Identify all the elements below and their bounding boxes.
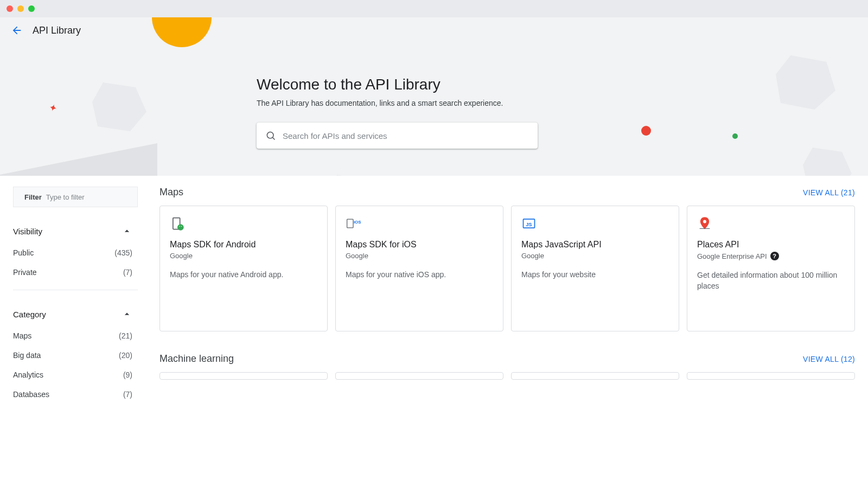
api-card[interactable]: [335, 372, 503, 380]
svg-line-16: [273, 138, 275, 140]
search-icon: [265, 130, 276, 141]
decoration-dot-icon: [732, 133, 738, 139]
svg-point-18: [177, 224, 184, 231]
card-title: Maps SDK for iOS: [346, 240, 493, 250]
hero-subtitle: The API Library has documentation, links…: [257, 99, 745, 107]
svg-point-15: [267, 132, 273, 138]
js-icon: JS: [521, 216, 537, 231]
sidebar-item-count: (9): [123, 370, 132, 379]
ios-icon: iOS: [346, 216, 361, 231]
section-header-maps: Maps VIEW ALL (21): [159, 187, 855, 198]
svg-point-20: [181, 226, 182, 227]
hero: ✦ API Library Welcome to the API Library…: [0, 17, 868, 176]
main: Filter Visibility Public(435)Private(7) …: [0, 176, 868, 404]
sidebar-item[interactable]: Big data(20): [13, 346, 138, 365]
svg-rect-21: [347, 219, 353, 228]
section-header-ml: Machine learning VIEW ALL (12): [159, 353, 855, 365]
side-section-title: Visibility: [13, 227, 42, 236]
sidebar-item-count: (7): [123, 390, 132, 399]
card-row-maps: Maps SDK for AndroidGoogleMaps for your …: [159, 206, 855, 331]
card-description: Maps for your native iOS app.: [346, 270, 493, 280]
filter-box[interactable]: Filter: [13, 187, 138, 207]
sidebar-item[interactable]: Analytics(9): [13, 365, 138, 385]
sidebar-item-label: Databases: [13, 390, 49, 399]
api-card[interactable]: [511, 372, 679, 380]
places-icon: [697, 216, 712, 231]
card-title: Maps SDK for Android: [170, 240, 317, 250]
search-input-container[interactable]: [257, 123, 538, 149]
sidebar-item-label: Maps: [13, 331, 31, 340]
sidebar-item[interactable]: Private(7): [13, 263, 138, 282]
card-description: Maps for your website: [521, 270, 669, 280]
search-input[interactable]: [283, 131, 529, 140]
card-description: Maps for your native Android app.: [170, 270, 317, 280]
svg-point-19: [179, 226, 180, 227]
maximize-window-icon[interactable]: [28, 5, 35, 12]
decoration-rock-icon: [92, 82, 146, 131]
sidebar-item-count: (21): [119, 331, 132, 340]
decoration-dot-icon: [641, 126, 651, 136]
decoration-star-icon: ✦: [47, 101, 58, 114]
card-title: Places API: [697, 240, 845, 250]
sidebar-item[interactable]: Public(435): [13, 243, 138, 263]
api-card[interactable]: Maps SDK for AndroidGoogleMaps for your …: [159, 206, 328, 331]
sidebar-item[interactable]: Maps(21): [13, 326, 138, 346]
card-vendor: Google: [346, 252, 493, 260]
card-vendor: Google Enterprise API?: [697, 252, 845, 260]
svg-text:JS: JS: [526, 222, 532, 227]
view-all-link[interactable]: VIEW ALL (12): [803, 355, 855, 363]
content: Maps VIEW ALL (21) Maps SDK for AndroidG…: [144, 176, 868, 404]
side-section-header[interactable]: Visibility: [13, 222, 138, 240]
card-title: Maps JavaScript API: [521, 240, 669, 250]
svg-point-25: [703, 220, 706, 223]
filter-input[interactable]: [46, 193, 137, 201]
hero-content: Welcome to the API Library The API Libra…: [257, 76, 745, 149]
sidebar-item-label: Public: [13, 248, 34, 257]
side-section-header[interactable]: Category: [13, 305, 138, 323]
chevron-up-icon: [122, 309, 132, 320]
side-section-visibility: Visibility Public(435)Private(7): [13, 222, 138, 282]
section-title: Machine learning: [159, 353, 234, 365]
sidebar-item-count: (20): [119, 351, 132, 360]
decoration-rock-icon: [315, 175, 391, 176]
sidebar-item-count: (435): [114, 248, 132, 257]
sidebar-item-count: (7): [123, 268, 132, 277]
close-window-icon[interactable]: [7, 5, 13, 12]
api-card[interactable]: [687, 372, 855, 380]
card-row-ml: [159, 372, 855, 380]
sidebar-item-label: Big data: [13, 351, 41, 360]
sidebar: Filter Visibility Public(435)Private(7) …: [0, 176, 144, 404]
decoration-triangle-icon: [0, 143, 157, 176]
window-titlebar: [0, 0, 868, 17]
card-description: Get detailed information about 100 milli…: [697, 270, 845, 291]
api-card[interactable]: iOSMaps SDK for iOSGoogleMaps for your n…: [335, 206, 503, 331]
filter-label: Filter: [24, 193, 42, 201]
view-all-link[interactable]: VIEW ALL (21): [803, 188, 855, 197]
side-section-category: Category Maps(21)Big data(20)Analytics(9…: [13, 305, 138, 404]
svg-text:iOS: iOS: [354, 220, 361, 225]
decoration-rock-icon: [776, 55, 835, 110]
side-section-title: Category: [13, 310, 46, 319]
page-title: API Library: [33, 25, 81, 36]
section-title: Maps: [159, 187, 183, 198]
chevron-up-icon: [122, 226, 132, 237]
back-arrow-icon[interactable]: [11, 24, 23, 36]
api-card[interactable]: Places APIGoogle Enterprise API?Get deta…: [687, 206, 855, 331]
api-card[interactable]: JSMaps JavaScript APIGoogleMaps for your…: [511, 206, 679, 331]
hero-title: Welcome to the API Library: [257, 76, 745, 93]
info-icon[interactable]: ?: [770, 252, 779, 260]
card-vendor: Google: [521, 252, 669, 260]
sidebar-item-label: Private: [13, 268, 37, 277]
subheader: API Library: [0, 17, 868, 43]
sidebar-item[interactable]: Databases(7): [13, 385, 138, 404]
card-vendor: Google: [170, 252, 317, 260]
decoration-rock-icon: [803, 148, 852, 176]
sidebar-item-label: Analytics: [13, 370, 43, 379]
android-icon: [170, 216, 185, 231]
api-card[interactable]: [159, 372, 328, 380]
minimize-window-icon[interactable]: [17, 5, 24, 12]
